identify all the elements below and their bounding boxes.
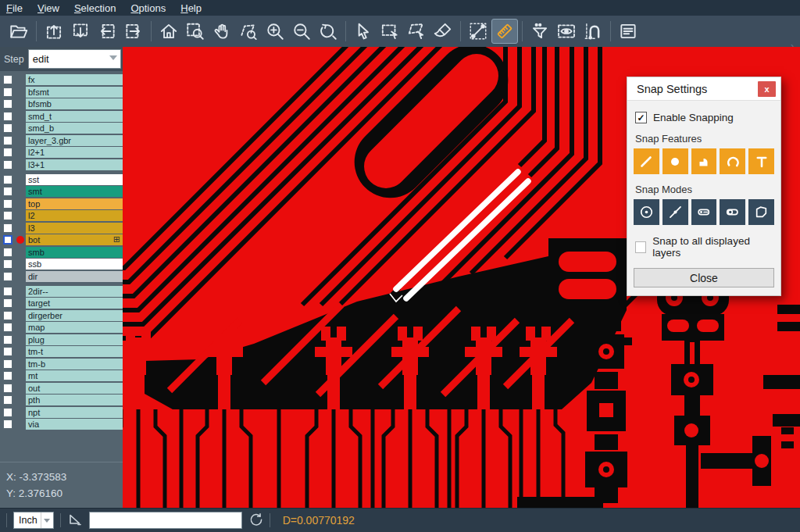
layer-visibility-checkbox[interactable] bbox=[3, 123, 12, 133]
layer-row-sst[interactable]: sst bbox=[0, 174, 123, 185]
layer-visibility-checkbox[interactable] bbox=[3, 259, 12, 269]
text-snap-button[interactable] bbox=[748, 148, 774, 174]
layer-visibility-checkbox[interactable] bbox=[3, 335, 12, 345]
layer-visibility-checkbox[interactable] bbox=[3, 223, 12, 233]
layer-row-via[interactable]: via bbox=[0, 419, 123, 430]
close-icon[interactable]: x bbox=[758, 81, 776, 97]
snap-button[interactable] bbox=[580, 19, 606, 44]
layer-visibility-checkbox[interactable] bbox=[3, 112, 12, 121]
dialog-title-bar[interactable]: Snap Settings x bbox=[627, 77, 780, 101]
select-polygon-button[interactable] bbox=[403, 19, 430, 44]
zoom-out-button[interactable] bbox=[288, 19, 315, 44]
slot-snap-button[interactable] bbox=[720, 199, 745, 225]
home-view-button[interactable] bbox=[155, 19, 182, 44]
layer-row-bfsmt[interactable]: bfsmt bbox=[0, 87, 123, 98]
pad-snap-button[interactable] bbox=[662, 148, 688, 174]
layer-row-ssb[interactable]: ssb bbox=[0, 259, 123, 270]
layer-row-top[interactable]: top bbox=[0, 198, 123, 209]
select-rectangle-button[interactable] bbox=[377, 19, 403, 44]
layer-row-layer_3.gbr[interactable]: layer_3.gbr bbox=[0, 135, 123, 146]
filter-button[interactable] bbox=[527, 19, 553, 44]
layer-row-l2[interactable]: l2 bbox=[0, 210, 123, 221]
layer-visibility-checkbox[interactable] bbox=[3, 384, 12, 393]
layer-visibility-checkbox[interactable] bbox=[3, 136, 12, 145]
page-right-button[interactable] bbox=[120, 19, 147, 44]
layer-visibility-checkbox[interactable] bbox=[3, 311, 12, 320]
menu-file[interactable]: File bbox=[6, 2, 23, 14]
layer-row-l3[interactable]: l3 bbox=[0, 223, 123, 234]
layer-visibility-checkbox[interactable] bbox=[3, 235, 12, 245]
layer-row-plug[interactable]: plug bbox=[0, 334, 123, 345]
view-options-button[interactable] bbox=[553, 19, 580, 44]
layer-visibility-checkbox[interactable] bbox=[3, 248, 12, 257]
contour-snap-button[interactable] bbox=[748, 199, 774, 225]
layer-visibility-checkbox[interactable] bbox=[3, 323, 12, 332]
layer-row-out[interactable]: out bbox=[0, 383, 123, 394]
layer-row-pth[interactable]: pth bbox=[0, 395, 123, 405]
menu-view[interactable]: View bbox=[38, 2, 59, 14]
line-snap-button[interactable] bbox=[634, 148, 659, 174]
layer-row-l3+1[interactable]: l3+1 bbox=[0, 159, 123, 170]
layer-visibility-checkbox[interactable] bbox=[3, 395, 12, 405]
page-down-button[interactable] bbox=[67, 19, 94, 44]
grid-icon[interactable]: ⊞ bbox=[113, 234, 120, 245]
all-layers-row[interactable]: Snap to all displayed layers bbox=[635, 235, 774, 259]
layer-visibility-checkbox[interactable] bbox=[3, 359, 12, 369]
layer-row-mt[interactable]: mt bbox=[0, 370, 123, 381]
menu-help[interactable]: Help bbox=[180, 2, 202, 14]
surface-snap-button[interactable] bbox=[691, 148, 717, 174]
step-dropdown[interactable]: edit bbox=[28, 49, 121, 69]
layer-visibility-checkbox[interactable] bbox=[3, 408, 12, 417]
layer-row-smd_b[interactable]: smd_b bbox=[0, 123, 123, 134]
measure-ruler-button[interactable] bbox=[491, 19, 518, 44]
layer-row-dir[interactable]: dir bbox=[0, 271, 123, 282]
angle-tool-button[interactable] bbox=[67, 511, 83, 530]
layer-row-2dir--[interactable]: 2dir-- bbox=[0, 286, 123, 297]
enable-snapping-row[interactable]: ✓ Enable Snapping bbox=[635, 112, 774, 123]
layer-row-bot[interactable]: bot⊞ bbox=[0, 234, 123, 245]
refresh-button[interactable] bbox=[248, 512, 263, 530]
layer-row-fx[interactable]: fx bbox=[0, 74, 123, 85]
layer-visibility-checkbox[interactable] bbox=[3, 420, 12, 429]
layer-visibility-checkbox[interactable] bbox=[3, 99, 12, 109]
zoom-previous-button[interactable] bbox=[315, 19, 341, 44]
layer-visibility-checkbox[interactable] bbox=[3, 187, 12, 196]
pan-hand-button[interactable] bbox=[209, 19, 235, 44]
zoom-area-button[interactable] bbox=[182, 19, 209, 44]
command-input[interactable] bbox=[89, 512, 242, 529]
layer-row-l2+1[interactable]: l2+1 bbox=[0, 147, 123, 158]
page-left-button[interactable] bbox=[94, 19, 120, 44]
layer-visibility-checkbox[interactable] bbox=[3, 211, 12, 220]
select-arrow-button[interactable] bbox=[350, 19, 377, 44]
center-snap-button[interactable] bbox=[634, 199, 659, 225]
layer-row-smb[interactable]: smb bbox=[0, 247, 123, 258]
slot-end-snap-button[interactable] bbox=[691, 199, 717, 225]
layer-visibility-checkbox[interactable] bbox=[3, 87, 12, 97]
layer-visibility-checkbox[interactable] bbox=[3, 347, 12, 356]
open-file-button[interactable] bbox=[5, 19, 32, 44]
layer-row-map[interactable]: map bbox=[0, 322, 123, 333]
all-layers-checkbox[interactable] bbox=[635, 241, 646, 253]
layer-visibility-checkbox[interactable] bbox=[3, 287, 12, 296]
layer-row-npt[interactable]: npt bbox=[0, 407, 123, 418]
enable-snapping-checkbox[interactable]: ✓ bbox=[635, 112, 647, 123]
layer-visibility-checkbox[interactable] bbox=[3, 175, 12, 184]
layer-visibility-checkbox[interactable] bbox=[3, 371, 12, 380]
page-up-button[interactable] bbox=[41, 19, 67, 44]
layer-visibility-checkbox[interactable] bbox=[3, 160, 12, 170]
layer-panel-button[interactable] bbox=[615, 19, 641, 44]
layer-row-target[interactable]: target bbox=[0, 298, 123, 309]
layer-visibility-checkbox[interactable] bbox=[3, 199, 12, 209]
layer-visibility-checkbox[interactable] bbox=[3, 148, 12, 157]
zoom-window-button[interactable] bbox=[235, 19, 262, 44]
layer-row-smt[interactable]: smt bbox=[0, 186, 123, 197]
menu-selection[interactable]: Selection bbox=[74, 2, 116, 14]
arc-snap-button[interactable] bbox=[720, 148, 745, 174]
unit-dropdown[interactable]: Inch bbox=[13, 512, 54, 529]
menu-options[interactable]: Options bbox=[130, 2, 166, 14]
layer-row-bfsmb[interactable]: bfsmb bbox=[0, 98, 123, 109]
close-button[interactable]: Close bbox=[634, 268, 774, 287]
layer-row-tm-b[interactable]: tm-b bbox=[0, 359, 123, 370]
measure-line-button[interactable] bbox=[465, 19, 491, 44]
midpoint-snap-button[interactable] bbox=[662, 199, 688, 225]
